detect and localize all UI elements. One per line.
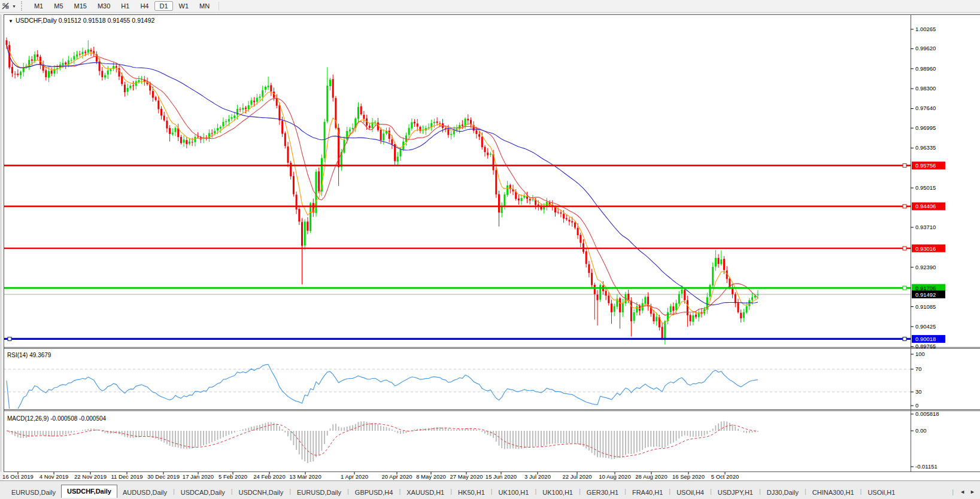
candle-body (523, 196, 525, 197)
candle-body (14, 74, 16, 74)
tab-eurusd-daily[interactable]: EURUSD,Daily (292, 487, 347, 498)
date-label: 3 Jul 2020 (524, 473, 551, 480)
tab-usoil-h1[interactable]: USOil,H1 (862, 487, 900, 498)
candle-body (214, 131, 216, 133)
tab-usdchf-daily[interactable]: USDCHF,Daily (61, 485, 117, 498)
candle-body (236, 109, 238, 115)
tab-uk100-h1[interactable]: UK100,H1 (493, 487, 535, 498)
price-axis-tick-label: 1.00265 (915, 26, 936, 32)
hline-handle[interactable] (903, 247, 906, 250)
candle-body (180, 137, 182, 143)
candle-body (239, 109, 241, 110)
candle-body (189, 142, 190, 144)
candle-body (712, 267, 714, 285)
chart-title-caret[interactable]: ▼ (8, 19, 13, 24)
candle-body (732, 288, 733, 294)
candle-body (352, 128, 354, 129)
candle-body (518, 199, 520, 200)
price-axis-tick-label: 0.95015 (915, 184, 936, 191)
candle-body (163, 115, 165, 120)
tab-hk50-h1[interactable]: HK50,H1 (453, 487, 490, 498)
macd-scale-label: 0.00 (915, 427, 927, 434)
hline-handle[interactable] (8, 337, 11, 340)
candle-body (614, 306, 615, 312)
price-axis-tick-label: 0.96335 (915, 144, 936, 151)
candle-body (121, 76, 123, 84)
candle-body (346, 131, 348, 139)
candle-body (608, 296, 609, 303)
hline-handle[interactable] (903, 164, 906, 168)
candle-body (17, 74, 19, 75)
candle-body (549, 202, 551, 205)
hline-handle[interactable] (903, 337, 906, 340)
rsi-scale-label: 70 (915, 366, 922, 372)
candle-body (138, 80, 139, 82)
tab-ger30-h1[interactable]: GER30,H1 (581, 487, 624, 498)
candle-body (250, 101, 252, 105)
candle-body (433, 122, 435, 123)
date-label: 22 Jul 2020 (562, 473, 591, 480)
hline-handle[interactable] (903, 205, 906, 208)
candle-body (644, 297, 646, 304)
candle-body (672, 306, 674, 311)
candle-body (101, 71, 103, 77)
candle-body (222, 122, 224, 126)
candle-body (169, 128, 171, 134)
candle-body (681, 290, 683, 294)
candle-body (591, 273, 593, 285)
tab-china300-h1[interactable]: CHINA300,H1 (807, 487, 860, 498)
candle-body (6, 40, 8, 45)
candle-body (450, 134, 452, 135)
candle-body (287, 147, 289, 163)
candle-body (498, 194, 500, 213)
candle-body (268, 86, 269, 87)
candle-body (369, 126, 371, 128)
tab-scroll-right-icon[interactable]: ► (967, 489, 978, 495)
price-chart-canvas[interactable]: 1.002650.996200.989600.983000.976400.969… (0, 0, 980, 499)
tab-usoil-h4[interactable]: USOil,H4 (671, 487, 709, 498)
tab-uk100-h1[interactable]: UK100,H1 (537, 487, 578, 498)
candle-body (585, 251, 587, 264)
candle-body (723, 259, 725, 270)
candle-body (501, 206, 503, 213)
macd-indicator-label: MACD(12,26,9) -0.000508 -0.000504 (7, 415, 107, 422)
tab-xauusd-h1[interactable]: XAUUSD,H1 (401, 487, 450, 498)
hline-handle[interactable] (903, 286, 906, 290)
price-axis-tick-label: 0.90425 (915, 323, 936, 330)
candle-body (400, 149, 402, 156)
candle-body (34, 54, 36, 61)
candle-body (110, 69, 111, 71)
tab-eurusd-daily[interactable]: EURUSD,Daily (6, 487, 61, 498)
tab-scroll-left-icon[interactable]: ◄ (957, 489, 967, 495)
tab-usdcnh-daily[interactable]: USDCNH,Daily (233, 487, 289, 498)
candle-body (357, 107, 359, 118)
candle-body (217, 128, 219, 130)
candle-body (557, 212, 559, 213)
tab-fra40-h1[interactable]: FRA40,H1 (627, 487, 668, 498)
candle-body (408, 128, 410, 135)
chart-title: USDCHF,Daily 0.91512 0.91518 0.91455 0.9… (16, 17, 154, 24)
candle-body (521, 198, 523, 201)
rsi-scale-label: 0 (915, 402, 918, 409)
tab-dj30-daily[interactable]: DJ30,Daily (761, 487, 804, 498)
candle-body (132, 86, 134, 86)
candle-body (487, 153, 489, 155)
candle-body (571, 221, 573, 223)
candle-body (290, 163, 292, 177)
tab-usdjpy-h1[interactable]: USDJPY,H1 (712, 487, 758, 498)
tab-gbpusd-h4[interactable]: GBPUSD,H4 (350, 487, 399, 498)
candle-body (73, 56, 75, 60)
candle-body (389, 130, 390, 139)
candle-body (529, 199, 531, 200)
candle-body (278, 105, 280, 120)
date-label: 5 Feb 2020 (219, 473, 247, 480)
candle-body (751, 297, 753, 300)
candle-body (611, 303, 612, 312)
candle-body (664, 321, 666, 340)
candle-body (566, 218, 568, 219)
tab-audusd-daily[interactable]: AUDUSD,Daily (117, 487, 172, 498)
candle-body (332, 79, 334, 98)
tab-usdcad-daily[interactable]: USDCAD,Daily (175, 487, 230, 498)
candle-body (326, 86, 328, 121)
rsi-scale-label: 100 (915, 351, 925, 357)
